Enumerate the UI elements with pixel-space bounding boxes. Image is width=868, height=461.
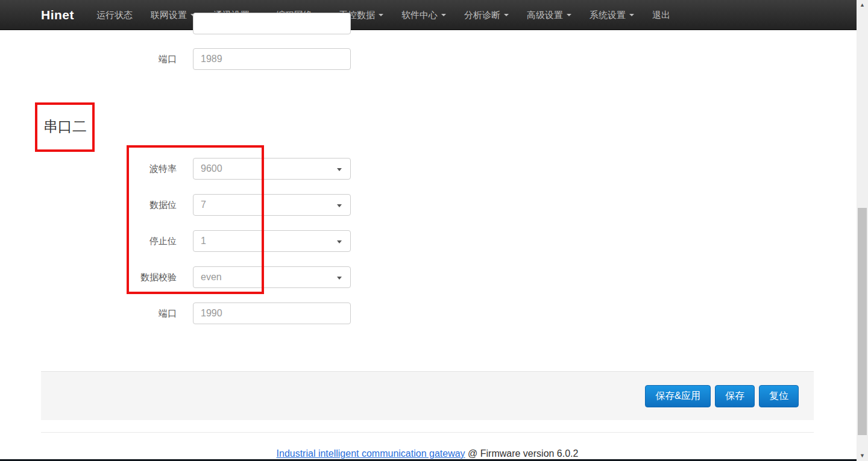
- save-button[interactable]: 保存: [715, 385, 755, 407]
- gateway-link[interactable]: Industrial intelligent communication gat…: [277, 448, 465, 459]
- dropdown-arrow-icon: [337, 204, 342, 207]
- action-bar: 保存&应用 保存 复位: [41, 371, 814, 420]
- brand-logo[interactable]: Hinet: [41, 0, 87, 30]
- caret-down-icon: [567, 14, 571, 16]
- nav-item-running-status[interactable]: 运行状态: [87, 0, 142, 30]
- nav-item-system-settings[interactable]: 系统设置: [580, 0, 643, 30]
- baud-rate-label: 波特率: [92, 158, 177, 180]
- caret-down-icon: [504, 14, 509, 16]
- scroll-down-icon[interactable]: ▼: [857, 451, 868, 461]
- truncated-field-top[interactable]: [193, 13, 351, 34]
- nav-item-analysis-diagnosis[interactable]: 分析诊断: [455, 0, 518, 30]
- dropdown-arrow-icon: [337, 168, 342, 171]
- footer: Industrial intelligent communication gat…: [41, 448, 814, 459]
- data-bits-label: 数据位: [92, 194, 177, 216]
- navbar: Hinet 运行状态 联网设置 通讯设置 编程网络 工控数据 软件中心 分析诊断…: [0, 0, 857, 30]
- stop-bits-select[interactable]: 1: [193, 230, 351, 252]
- caret-down-icon: [379, 14, 383, 16]
- dropdown-arrow-icon: [337, 240, 342, 243]
- port2-label: 端口: [92, 303, 177, 324]
- scrollbar-thumb[interactable]: [858, 208, 867, 435]
- nav-item-logout[interactable]: 退出: [643, 0, 679, 30]
- firmware-version-text: @ Firmware version 6.0.2: [468, 448, 578, 459]
- port1-label: 端口: [92, 48, 177, 70]
- stop-bits-label: 停止位: [92, 230, 177, 252]
- footer-divider: [41, 432, 814, 433]
- data-bits-select[interactable]: 7: [193, 194, 351, 216]
- nav-menu: 运行状态 联网设置 通讯设置 编程网络 工控数据 软件中心 分析诊断 高级设置 …: [87, 0, 679, 30]
- dropdown-arrow-icon: [337, 277, 342, 280]
- port2-input[interactable]: [193, 303, 351, 324]
- save-apply-button[interactable]: 保存&应用: [645, 385, 711, 407]
- parity-label: 数据校验: [92, 266, 177, 288]
- nav-item-advanced-settings[interactable]: 高级设置: [518, 0, 580, 30]
- caret-down-icon: [441, 14, 446, 16]
- page: Hinet 运行状态 联网设置 通讯设置 编程网络 工控数据 软件中心 分析诊断…: [0, 0, 868, 461]
- parity-select[interactable]: even: [193, 266, 351, 288]
- reset-button[interactable]: 复位: [759, 385, 799, 407]
- port1-input[interactable]: [193, 48, 351, 70]
- caret-down-icon: [629, 14, 634, 16]
- vertical-scrollbar[interactable]: ▲ ▼: [857, 0, 868, 461]
- baud-rate-select[interactable]: 9600: [193, 158, 351, 180]
- nav-item-software-center[interactable]: 软件中心: [392, 0, 455, 30]
- section-title-serial2: 串口二: [43, 117, 87, 136]
- scroll-up-icon[interactable]: ▲: [857, 0, 868, 10]
